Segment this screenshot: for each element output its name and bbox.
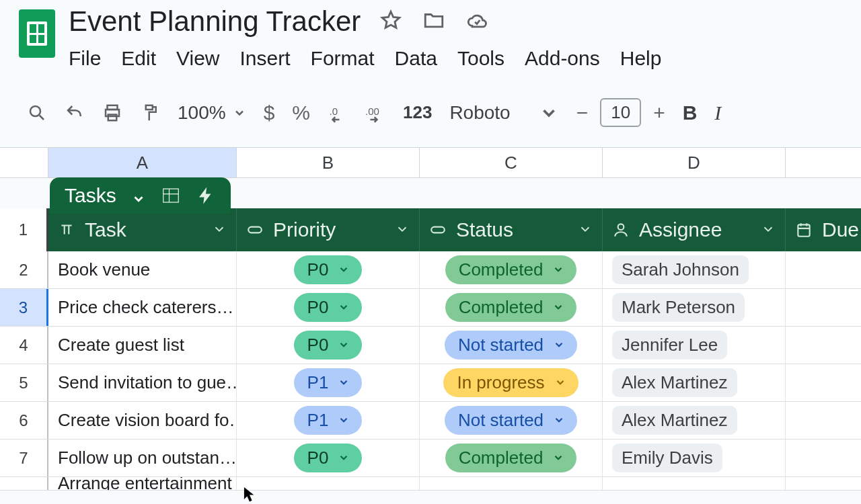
cell-task[interactable]: Send invitation to gue… [48,364,237,401]
priority-chip[interactable]: P0 [294,293,363,322]
cell-due[interactable]: 10/01/20 [786,289,861,326]
cell-task[interactable]: Price check caterers… [48,289,237,326]
menu-file[interactable]: File [69,47,101,70]
menu-help[interactable]: Help [620,47,662,70]
cell-due[interactable]: 10/12/20 [786,364,861,401]
assignee-chip[interactable]: Sarah Johnson [612,255,749,284]
assignee-chip[interactable]: Emily Davis [612,444,722,472]
priority-chip[interactable]: P0 [294,255,363,284]
undo-icon[interactable] [65,103,85,123]
cell-priority[interactable]: P0 [237,289,420,326]
document-title[interactable]: Event Planning Tracker [69,5,361,38]
cell-due[interactable] [786,477,861,490]
star-icon[interactable] [379,9,402,34]
table-layout-icon[interactable] [161,185,181,206]
increase-font-size-button[interactable]: + [653,101,665,124]
cell-due[interactable]: 10/12/20 [786,402,861,439]
cell-task[interactable]: Book venue [48,251,237,288]
row-number[interactable] [0,477,48,490]
col-header-status[interactable]: Status [420,208,603,251]
menu-edit[interactable]: Edit [121,47,156,70]
font-family-select[interactable]: Roboto [449,102,558,124]
col-header-priority[interactable]: Priority [237,208,420,251]
percent-format-button[interactable]: % [292,101,310,124]
row-number[interactable]: 4 [0,327,48,364]
cell-task[interactable]: Create vision board fo… [48,402,237,439]
cell-task[interactable]: Follow up on outstan… [48,439,237,476]
cell-status[interactable]: In progress [420,364,603,401]
column-header-b[interactable]: B [237,148,420,177]
cell-due[interactable]: 10/01/20 [786,251,861,288]
assignee-chip[interactable]: Alex Martinez [612,368,737,397]
assignee-chip[interactable]: Mark Peterson [612,293,745,322]
cell-status[interactable]: Not started [420,327,603,364]
decrease-font-size-button[interactable]: − [576,101,589,124]
cell-due[interactable]: 10/01/20 [786,327,861,364]
zoom-select[interactable]: 100% [178,102,246,124]
increase-decimal-icon[interactable]: .00 [365,103,385,123]
cell-assignee[interactable] [603,477,786,490]
cell-assignee[interactable]: Jennifer Lee [603,327,786,364]
menu-format[interactable]: Format [311,47,375,70]
cell-status[interactable]: Completed [420,289,603,326]
select-all-corner[interactable] [0,148,48,177]
menu-data[interactable]: Data [395,47,437,70]
assignee-chip[interactable]: Alex Martinez [612,406,737,435]
cell-assignee[interactable]: Sarah Johnson [603,251,786,288]
cell-assignee[interactable]: Mark Peterson [603,289,786,326]
italic-button[interactable]: I [714,101,721,124]
menu-addons[interactable]: Add-ons [525,47,600,70]
column-header-c[interactable]: C [420,148,603,177]
column-header-d[interactable]: D [603,148,786,177]
cell-status[interactable]: Completed [420,251,603,288]
cloud-status-icon[interactable] [465,9,488,34]
status-chip[interactable]: Completed [445,293,577,322]
row-number[interactable]: 5 [0,364,48,401]
cell-task[interactable]: Arrange entertainment [48,477,237,490]
bold-button[interactable]: B [683,101,698,124]
currency-format-button[interactable]: $ [264,101,275,124]
bolt-icon[interactable] [196,185,216,206]
row-number[interactable]: 2 [0,251,48,288]
cell-assignee[interactable]: Alex Martinez [603,364,786,401]
priority-chip[interactable]: P0 [294,331,363,360]
cell-due[interactable]: 10/03/20 [786,439,861,476]
cell-task[interactable]: Create guest list [48,327,237,364]
row-number[interactable]: 6 [0,402,48,439]
cell-status[interactable]: Completed [420,439,603,476]
cell-status[interactable]: Not started [420,402,603,439]
paint-format-icon[interactable] [140,103,160,123]
col-header-assignee[interactable]: Assignee [603,208,786,251]
search-icon[interactable] [27,103,47,123]
cell-priority[interactable]: P0 [237,327,420,364]
cell-assignee[interactable]: Emily Davis [603,439,786,476]
table-tab[interactable]: Tasks [50,177,231,214]
priority-chip[interactable]: P1 [294,406,363,435]
menu-view[interactable]: View [176,47,219,70]
column-header-a[interactable]: A [48,148,237,177]
row-number[interactable]: 3 [0,289,48,326]
row-number[interactable]: 1 [0,208,48,251]
cell-priority[interactable]: P0 [237,439,420,476]
font-size-input[interactable]: 10 [600,98,641,127]
cell-status[interactable] [420,477,603,490]
cell-priority[interactable]: P0 [237,251,420,288]
col-header-due[interactable]: Due d [786,208,861,251]
menu-tools[interactable]: Tools [457,47,504,70]
status-chip[interactable]: In progress [443,368,578,397]
status-chip[interactable]: Completed [445,444,577,472]
row-number[interactable]: 7 [0,439,48,476]
move-folder-icon[interactable] [422,9,445,34]
more-formats-button[interactable]: 123 [403,102,432,123]
cell-priority[interactable] [237,477,420,490]
priority-chip[interactable]: P0 [294,444,363,472]
menu-insert[interactable]: Insert [240,47,291,70]
assignee-chip[interactable]: Jennifer Lee [612,331,727,360]
status-chip[interactable]: Not started [445,331,577,360]
decrease-decimal-icon[interactable]: .0 [328,103,348,123]
cell-assignee[interactable]: Alex Martinez [603,402,786,439]
column-header-e[interactable] [786,148,861,177]
print-icon[interactable] [102,103,122,123]
status-chip[interactable]: Not started [445,406,577,435]
col-header-task[interactable]: Task [48,208,237,251]
